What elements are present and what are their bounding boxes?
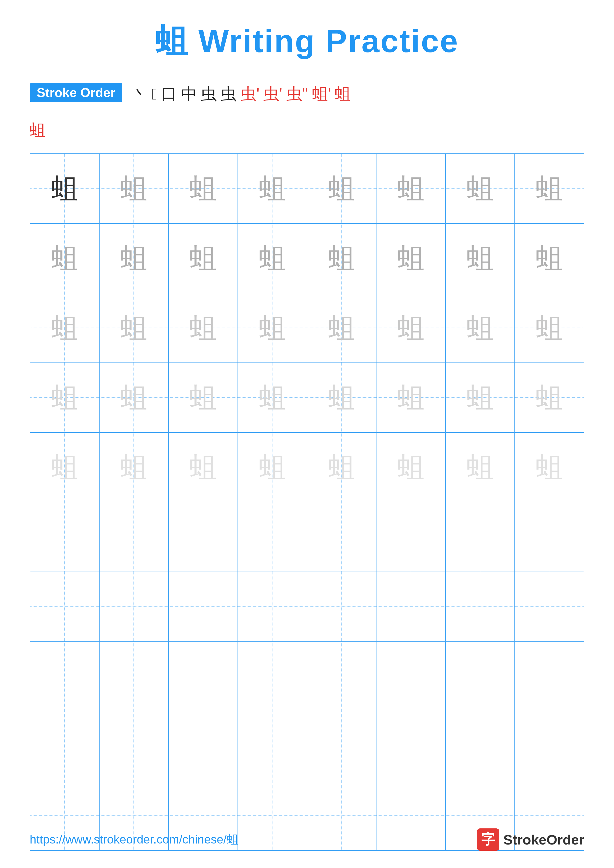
stroke-order-section: Stroke Order 丶 𠄌 口 中 虫 虫 虫' 虫' 虫'' 蛆' 蛆 [30,83,584,105]
grid-cell-9-1[interactable] [30,711,99,781]
grid-cell-2-8[interactable]: 蛆 [515,224,584,293]
grid-wrapper: 蛆 蛆 蛆 蛆 蛆 蛆 蛆 [30,153,584,851]
grid-cell-5-8[interactable]: 蛆 [515,433,584,502]
grid-cell-9-5[interactable] [307,711,377,781]
grid-cell-5-1[interactable]: 蛆 [30,433,99,502]
practice-char: 蛆 [120,245,148,272]
grid-cell-8-7[interactable] [446,642,515,711]
grid-cell-8-6[interactable] [376,642,446,711]
practice-char: 蛆 [397,454,424,481]
grid-cell-2-5[interactable]: 蛆 [307,224,377,293]
stroke-order-label: Stroke Order [30,83,122,102]
grid-cell-4-6[interactable]: 蛆 [376,363,446,432]
grid-row-4: 蛆 蛆 蛆 蛆 蛆 蛆 蛆 [30,363,584,433]
practice-char: 蛆 [120,384,148,411]
grid-cell-3-1[interactable]: 蛆 [30,293,99,363]
practice-grid: 蛆 蛆 蛆 蛆 蛆 蛆 蛆 [30,153,584,851]
grid-cell-1-2[interactable]: 蛆 [99,154,169,223]
footer-url[interactable]: https://www.strokeorder.com/chinese/蛆 [30,832,238,848]
grid-cell-6-2[interactable] [99,502,169,572]
grid-cell-1-3[interactable]: 蛆 [169,154,238,223]
grid-cell-8-1[interactable] [30,642,99,711]
practice-char: 蛆 [466,454,494,481]
grid-cell-2-1[interactable]: 蛆 [30,224,99,293]
grid-cell-9-4[interactable] [238,711,307,781]
grid-cell-5-3[interactable]: 蛆 [169,433,238,502]
grid-cell-4-5[interactable]: 蛆 [307,363,377,432]
practice-char: 蛆 [397,175,424,202]
grid-cell-6-4[interactable] [238,502,307,572]
grid-cell-3-2[interactable]: 蛆 [99,293,169,363]
stroke-10: 蛆' [312,83,331,105]
grid-cell-9-8[interactable] [515,711,584,781]
grid-cell-4-3[interactable]: 蛆 [169,363,238,432]
practice-char: 蛆 [328,245,355,272]
grid-cell-2-3[interactable]: 蛆 [169,224,238,293]
grid-cell-7-5[interactable] [307,572,377,641]
grid-cell-3-8[interactable]: 蛆 [515,293,584,363]
grid-cell-4-4[interactable]: 蛆 [238,363,307,432]
grid-cell-4-7[interactable]: 蛆 [446,363,515,432]
practice-char: 蛆 [120,454,148,481]
grid-cell-7-8[interactable] [515,572,584,641]
grid-cell-5-4[interactable]: 蛆 [238,433,307,502]
grid-cell-2-4[interactable]: 蛆 [238,224,307,293]
grid-cell-3-6[interactable]: 蛆 [376,293,446,363]
grid-cell-3-7[interactable]: 蛆 [446,293,515,363]
grid-cell-1-1[interactable]: 蛆 [30,154,99,223]
grid-cell-4-1[interactable]: 蛆 [30,363,99,432]
grid-cell-2-7[interactable]: 蛆 [446,224,515,293]
grid-cell-7-2[interactable] [99,572,169,641]
stroke-3: 口 [161,83,177,105]
grid-cell-5-5[interactable]: 蛆 [307,433,377,502]
practice-char: 蛆 [328,314,355,341]
grid-cell-7-7[interactable] [446,572,515,641]
grid-cell-8-5[interactable] [307,642,377,711]
practice-char: 蛆 [466,314,494,341]
practice-char: 蛆 [466,245,494,272]
grid-cell-9-2[interactable] [99,711,169,781]
grid-cell-5-2[interactable]: 蛆 [99,433,169,502]
grid-cell-9-3[interactable] [169,711,238,781]
grid-cell-6-1[interactable] [30,502,99,572]
grid-cell-9-7[interactable] [446,711,515,781]
grid-cell-5-6[interactable]: 蛆 [376,433,446,502]
grid-cell-8-8[interactable] [515,642,584,711]
grid-cell-8-3[interactable] [169,642,238,711]
grid-cell-2-2[interactable]: 蛆 [99,224,169,293]
grid-cell-7-3[interactable] [169,572,238,641]
grid-cell-1-6[interactable]: 蛆 [376,154,446,223]
grid-cell-6-7[interactable] [446,502,515,572]
grid-row-6 [30,502,584,572]
grid-cell-1-8[interactable]: 蛆 [515,154,584,223]
grid-cell-6-3[interactable] [169,502,238,572]
grid-cell-5-7[interactable]: 蛆 [446,433,515,502]
practice-char: 蛆 [259,175,286,202]
grid-cell-9-6[interactable] [376,711,446,781]
grid-cell-3-3[interactable]: 蛆 [169,293,238,363]
grid-cell-6-8[interactable] [515,502,584,572]
grid-cell-7-6[interactable] [376,572,446,641]
footer: https://www.strokeorder.com/chinese/蛆 字 … [30,828,584,851]
grid-cell-7-4[interactable] [238,572,307,641]
grid-cell-3-5[interactable]: 蛆 [307,293,377,363]
grid-cell-6-5[interactable] [307,502,377,572]
grid-cell-1-5[interactable]: 蛆 [307,154,377,223]
practice-char: 蛆 [466,384,494,411]
practice-char: 蛆 [120,314,148,341]
grid-cell-2-6[interactable]: 蛆 [376,224,446,293]
practice-char: 蛆 [536,245,563,272]
logo-text: StrokeOrder [503,832,584,848]
grid-cell-8-4[interactable] [238,642,307,711]
grid-cell-8-2[interactable] [99,642,169,711]
practice-char: 蛆 [397,314,424,341]
stroke-9: 虫'' [286,83,308,105]
grid-cell-4-2[interactable]: 蛆 [99,363,169,432]
grid-cell-1-4[interactable]: 蛆 [238,154,307,223]
grid-cell-7-1[interactable] [30,572,99,641]
grid-cell-6-6[interactable] [376,502,446,572]
grid-cell-3-4[interactable]: 蛆 [238,293,307,363]
logo-char: 字 [481,830,495,849]
grid-cell-4-8[interactable]: 蛆 [515,363,584,432]
grid-cell-1-7[interactable]: 蛆 [446,154,515,223]
